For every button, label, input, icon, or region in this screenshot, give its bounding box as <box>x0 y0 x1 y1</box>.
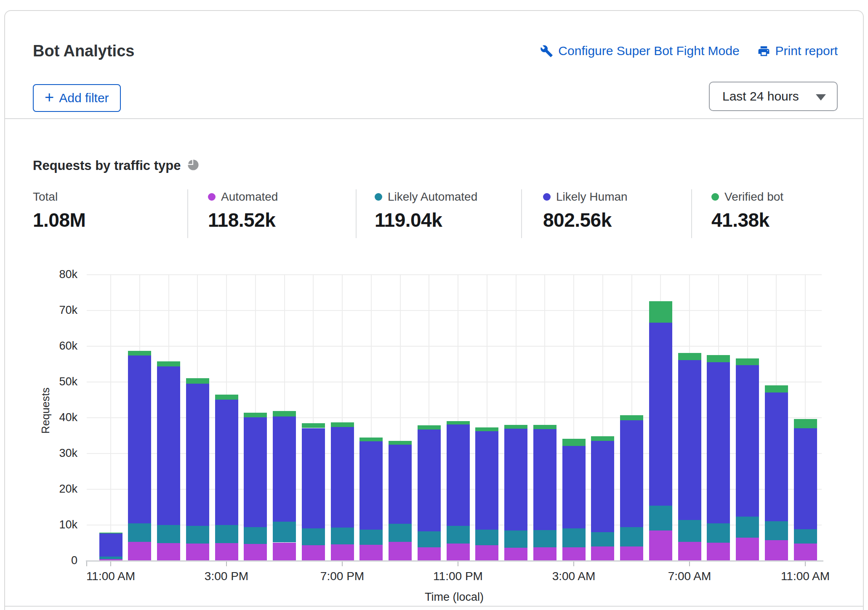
stat-likely-automated[interactable]: Likely Automated119.04k <box>375 189 477 231</box>
bar-4-likely-automated[interactable] <box>215 525 238 543</box>
bar-21-likely-automated[interactable] <box>707 523 730 543</box>
bar-14-likely-automated[interactable] <box>504 530 527 548</box>
bar-2-likely-human[interactable] <box>157 366 180 525</box>
print-report-link[interactable]: Print report <box>757 44 838 58</box>
bar-8-likely-automated[interactable] <box>331 528 354 544</box>
bar-12-likely-automated[interactable] <box>447 526 470 544</box>
bar-16-automated[interactable] <box>562 547 586 560</box>
bar-0-likely-automated[interactable] <box>99 557 122 559</box>
bar-24-likely-human[interactable] <box>794 428 817 530</box>
bar-10-automated[interactable] <box>389 542 412 560</box>
bar-13-likely-human[interactable] <box>475 431 498 530</box>
bar-6-likely-automated[interactable] <box>273 522 296 542</box>
bar-16-likely-automated[interactable] <box>562 528 586 547</box>
stat-total[interactable]: Total1.08M <box>33 189 85 231</box>
bar-19-verified-bot[interactable] <box>649 301 672 323</box>
bar-15-automated[interactable] <box>533 547 556 560</box>
bar-7-likely-human[interactable] <box>302 428 325 529</box>
bar-17-verified-bot[interactable] <box>591 436 614 441</box>
time-range-select[interactable]: Last 24 hours <box>709 82 838 111</box>
bar-2-likely-automated[interactable] <box>157 525 180 543</box>
bar-24-verified-bot[interactable] <box>794 419 817 428</box>
bar-21-automated[interactable] <box>707 543 730 560</box>
bar-19-likely-automated[interactable] <box>649 506 672 530</box>
bar-15-likely-human[interactable] <box>533 429 556 530</box>
configure-super-bot-fight-mode-link[interactable]: Configure Super Bot Fight Mode <box>540 44 739 58</box>
bar-22-automated[interactable] <box>736 538 759 560</box>
bar-11-likely-automated[interactable] <box>418 531 441 547</box>
bar-4-likely-human[interactable] <box>215 400 238 525</box>
stat-automated[interactable]: Automated118.52k <box>208 189 278 231</box>
bar-14-likely-human[interactable] <box>504 429 527 530</box>
bar-8-verified-bot[interactable] <box>331 422 354 427</box>
bar-18-likely-human[interactable] <box>620 420 643 527</box>
bar-18-verified-bot[interactable] <box>620 415 643 420</box>
bar-18-automated[interactable] <box>620 546 643 560</box>
bar-4-automated[interactable] <box>215 543 238 560</box>
bar-18-likely-automated[interactable] <box>620 527 643 546</box>
bar-7-verified-bot[interactable] <box>302 423 325 428</box>
bar-19-automated[interactable] <box>649 530 672 560</box>
bar-1-likely-automated[interactable] <box>128 523 151 542</box>
bar-1-verified-bot[interactable] <box>128 351 151 355</box>
bar-19-likely-human[interactable] <box>649 323 672 506</box>
bar-13-automated[interactable] <box>475 545 498 560</box>
stat-verified-bot[interactable]: Verified bot41.38k <box>711 189 783 231</box>
bar-10-likely-human[interactable] <box>389 445 412 524</box>
bar-6-automated[interactable] <box>273 543 296 561</box>
bar-21-likely-human[interactable] <box>707 362 730 523</box>
bar-13-likely-automated[interactable] <box>475 530 498 545</box>
bar-23-likely-human[interactable] <box>765 393 788 521</box>
bar-22-likely-human[interactable] <box>736 365 759 517</box>
bar-1-automated[interactable] <box>128 542 151 560</box>
bar-11-likely-human[interactable] <box>418 430 441 531</box>
bar-4-verified-bot[interactable] <box>215 395 238 400</box>
bar-3-likely-human[interactable] <box>186 384 209 526</box>
add-filter-button[interactable]: + Add filter <box>33 84 121 112</box>
bar-5-verified-bot[interactable] <box>244 413 267 417</box>
bar-8-automated[interactable] <box>331 544 354 560</box>
bar-20-verified-bot[interactable] <box>678 353 701 360</box>
bar-0-verified-bot[interactable] <box>99 533 122 534</box>
bar-6-likely-human[interactable] <box>273 416 296 522</box>
bar-20-likely-human[interactable] <box>678 360 701 520</box>
bar-11-verified-bot[interactable] <box>418 425 441 430</box>
bar-14-verified-bot[interactable] <box>504 425 527 429</box>
stat-likely-human[interactable]: Likely Human802.56k <box>543 189 628 231</box>
bar-3-verified-bot[interactable] <box>186 378 209 384</box>
bar-12-verified-bot[interactable] <box>447 421 470 424</box>
bar-17-automated[interactable] <box>591 546 614 560</box>
bar-22-likely-automated[interactable] <box>736 517 759 537</box>
bar-8-likely-human[interactable] <box>331 427 354 528</box>
bar-3-automated[interactable] <box>186 544 209 560</box>
bar-12-likely-human[interactable] <box>447 424 470 526</box>
bar-2-automated[interactable] <box>157 543 180 560</box>
bar-10-verified-bot[interactable] <box>389 441 412 445</box>
bar-22-verified-bot[interactable] <box>736 358 759 365</box>
bar-23-likely-automated[interactable] <box>765 521 788 540</box>
bar-5-automated[interactable] <box>244 544 267 560</box>
bar-17-likely-human[interactable] <box>591 441 614 532</box>
bar-9-automated[interactable] <box>359 545 383 560</box>
bar-23-automated[interactable] <box>765 540 788 560</box>
bar-20-automated[interactable] <box>678 542 701 560</box>
bar-5-likely-human[interactable] <box>244 417 267 527</box>
bar-10-likely-automated[interactable] <box>389 524 412 542</box>
bar-7-likely-automated[interactable] <box>302 528 325 545</box>
bar-14-automated[interactable] <box>504 548 527 560</box>
bar-15-likely-automated[interactable] <box>533 530 556 548</box>
bar-21-verified-bot[interactable] <box>707 355 730 362</box>
bar-16-verified-bot[interactable] <box>562 439 586 446</box>
bar-5-likely-automated[interactable] <box>244 527 267 544</box>
bar-1-likely-human[interactable] <box>128 355 151 523</box>
bar-9-likely-automated[interactable] <box>359 530 383 545</box>
bar-15-verified-bot[interactable] <box>533 425 556 429</box>
bar-24-automated[interactable] <box>794 544 817 560</box>
bar-12-automated[interactable] <box>447 544 470 560</box>
bar-13-verified-bot[interactable] <box>475 427 498 431</box>
bar-7-automated[interactable] <box>302 545 325 560</box>
bar-20-likely-automated[interactable] <box>678 520 701 542</box>
bar-11-automated[interactable] <box>418 547 441 560</box>
bar-17-likely-automated[interactable] <box>591 532 614 546</box>
bar-23-verified-bot[interactable] <box>765 385 788 393</box>
